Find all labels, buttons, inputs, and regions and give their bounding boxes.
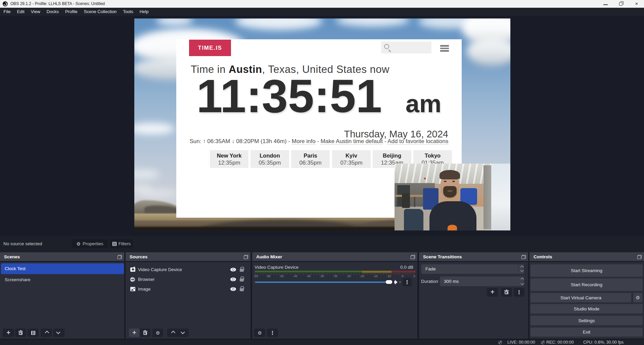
transition-select-arrows bbox=[518, 264, 524, 274]
menu-docks[interactable]: Docks bbox=[43, 8, 62, 16]
timeis-logo[interactable]: TIME.IS bbox=[189, 40, 231, 56]
menu-tools[interactable]: Tools bbox=[120, 8, 136, 16]
menu-scene-collection[interactable]: Scene Collection bbox=[81, 8, 120, 16]
source-item-image[interactable]: Image bbox=[126, 284, 251, 294]
make-default-link[interactable]: Make Austin time default bbox=[321, 138, 383, 145]
add-scene-button[interactable]: + bbox=[3, 329, 14, 337]
remove-transition-button[interactable] bbox=[501, 288, 512, 297]
source-item-video-capture[interactable]: Video Capture Device bbox=[126, 265, 251, 274]
transitions-dock: Scene Transitions Fade Duration 300 ms +… bbox=[419, 252, 528, 339]
webcam-person-eye bbox=[444, 181, 447, 182]
menu-profile[interactable]: Profile bbox=[62, 8, 81, 16]
popout-icon[interactable] bbox=[411, 255, 415, 259]
source-down-button[interactable] bbox=[178, 329, 189, 337]
add-favorite-link[interactable]: Add to favorite locations bbox=[387, 138, 448, 145]
popout-icon[interactable] bbox=[244, 255, 248, 259]
transitions-dock-header[interactable]: Scene Transitions bbox=[419, 252, 528, 262]
live-status: LIVE: 00:00:00 bbox=[507, 340, 535, 345]
no-source-label: No source selected bbox=[3, 236, 42, 252]
remove-source-button[interactable] bbox=[140, 329, 150, 337]
city-kyiv[interactable]: Kyiv07:35pm bbox=[332, 150, 371, 168]
image-icon bbox=[130, 287, 135, 291]
volume-slider-handle[interactable] bbox=[386, 280, 392, 284]
lock-icon[interactable] bbox=[240, 269, 244, 272]
mixer-dock-header[interactable]: Audio Mixer bbox=[252, 252, 417, 262]
statusbar: LIVE: 00:00:00 REC: 00:00:00 CPU: 0.6%, … bbox=[0, 340, 644, 345]
popout-icon[interactable] bbox=[637, 255, 642, 259]
duration-input[interactable]: 300 ms bbox=[440, 276, 524, 286]
timeis-clock: 11:35:51am bbox=[196, 59, 442, 132]
add-source-button[interactable]: + bbox=[129, 329, 140, 337]
minimize-button[interactable] bbox=[598, 0, 613, 8]
hamburger-menu-icon[interactable] bbox=[440, 45, 449, 52]
webcam-chair bbox=[402, 193, 410, 208]
cloud bbox=[336, 18, 410, 27]
speaker-icon[interactable] bbox=[394, 280, 400, 284]
sources-dock-header[interactable]: Sources bbox=[126, 252, 250, 262]
transition-options-button[interactable]: ⋮ bbox=[514, 288, 524, 297]
webcam-table-leg bbox=[397, 197, 398, 207]
lock-icon[interactable] bbox=[240, 278, 244, 282]
rec-status-icon bbox=[541, 341, 545, 344]
menu-help[interactable]: Help bbox=[136, 8, 152, 16]
popout-icon[interactable] bbox=[521, 255, 526, 259]
filters-button[interactable]: Filters bbox=[110, 239, 133, 248]
scene-item-clock-test[interactable]: Clock Test bbox=[1, 263, 124, 274]
search-box[interactable] bbox=[381, 42, 431, 53]
city-paris[interactable]: Paris06:35pm bbox=[291, 150, 330, 168]
scene-down-button[interactable] bbox=[53, 329, 64, 337]
webcam-window-light bbox=[491, 164, 510, 230]
controls-dock-header[interactable]: Controls bbox=[530, 252, 644, 262]
scenes-dock-header[interactable]: Scenes bbox=[0, 252, 124, 262]
scene-up-button[interactable] bbox=[41, 329, 52, 337]
transition-select[interactable]: Fade bbox=[421, 264, 524, 274]
city-london[interactable]: London05:35pm bbox=[250, 150, 289, 168]
lock-icon[interactable] bbox=[240, 288, 244, 291]
more-info-link[interactable]: More info bbox=[292, 138, 316, 145]
menu-file[interactable]: File bbox=[0, 8, 14, 16]
obs-logo-icon bbox=[3, 1, 8, 6]
mixer-menu-button[interactable]: ⋮ bbox=[267, 329, 278, 337]
mixer-options-button[interactable]: ⋮ bbox=[403, 278, 412, 286]
start-virtual-camera-button[interactable]: Start Virtual Camera bbox=[531, 293, 631, 302]
exit-button[interactable]: Exit bbox=[531, 328, 643, 337]
program-canvas[interactable]: TIME.IS Time in Austin, Texas, United St… bbox=[134, 18, 510, 230]
duration-label: Duration bbox=[421, 276, 438, 286]
scene-item-screenshare[interactable]: Screenshare bbox=[1, 274, 124, 285]
restore-button[interactable] bbox=[613, 0, 629, 8]
visibility-icon[interactable] bbox=[230, 287, 236, 291]
controls-dock: Controls Start Streaming Start Recording… bbox=[530, 252, 644, 339]
menu-edit[interactable]: Edit bbox=[14, 8, 28, 16]
webcam-person-eye bbox=[452, 181, 455, 182]
properties-button[interactable]: ⚙Properties bbox=[72, 239, 108, 248]
sources-dock: Sources Video Capture Device Browser Ima… bbox=[126, 252, 250, 339]
cloud bbox=[156, 18, 193, 26]
add-transition-button[interactable]: + bbox=[487, 288, 498, 297]
studio-mode-button[interactable]: Studio Mode bbox=[531, 304, 643, 313]
settings-button[interactable]: Settings bbox=[531, 316, 643, 325]
source-toolbar: No source selected ⚙Properties Filters bbox=[0, 236, 644, 252]
close-button[interactable]: × bbox=[629, 0, 644, 8]
mixer-settings-button[interactable]: ⚙ bbox=[254, 329, 265, 337]
webcam-person-hair bbox=[440, 170, 460, 179]
volume-slider[interactable] bbox=[255, 282, 389, 283]
virtual-camera-settings-button[interactable]: ⚙ bbox=[633, 293, 642, 302]
remove-scene-button[interactable] bbox=[15, 329, 26, 337]
source-item-browser[interactable]: Browser bbox=[126, 274, 251, 284]
cloud bbox=[467, 37, 510, 66]
cpu-status: CPU: 0.6%, 30.00 fps bbox=[583, 340, 624, 345]
menu-view[interactable]: View bbox=[28, 8, 43, 16]
city-new-york[interactable]: New York12:35pm bbox=[210, 150, 248, 168]
start-streaming-button[interactable]: Start Streaming bbox=[531, 264, 643, 277]
rec-status: REC: 00:00:00 bbox=[546, 340, 574, 345]
duration-spinner[interactable] bbox=[520, 277, 524, 285]
scene-filters-button[interactable] bbox=[28, 329, 39, 337]
visibility-icon[interactable] bbox=[230, 277, 236, 281]
audio-mixer-dock: Audio Mixer Video Capture Device 0.0 dB … bbox=[252, 252, 417, 339]
popout-icon[interactable] bbox=[118, 255, 122, 259]
preview-area: TIME.IS Time in Austin, Texas, United St… bbox=[0, 16, 644, 236]
source-properties-button[interactable]: ⚙ bbox=[152, 329, 163, 337]
source-up-button[interactable] bbox=[167, 329, 178, 337]
start-recording-button[interactable]: Start Recording bbox=[531, 278, 643, 291]
visibility-icon[interactable] bbox=[230, 268, 236, 271]
